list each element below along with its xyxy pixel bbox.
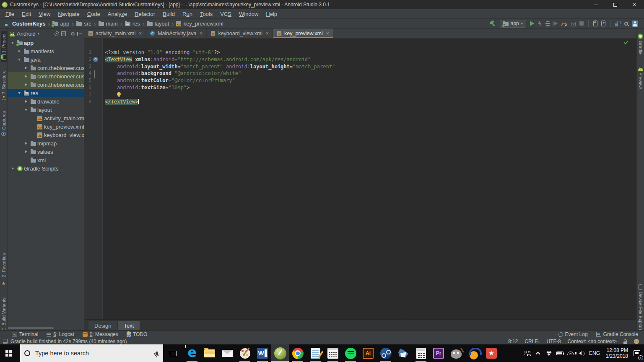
taskbar-search[interactable] bbox=[20, 344, 163, 362]
horizontal-scrollbar[interactable] bbox=[8, 327, 54, 329]
minimize-button[interactable] bbox=[586, 0, 605, 9]
taskbar-app-android-studio[interactable] bbox=[271, 344, 289, 362]
menu-navigate[interactable]: Navigate bbox=[54, 11, 83, 17]
intention-bulb-icon[interactable] bbox=[117, 92, 121, 96]
tree-expand-arrow[interactable] bbox=[9, 167, 16, 170]
tree-item-mipmap[interactable]: mipmap bbox=[8, 139, 84, 147]
close-tab-icon[interactable]: × bbox=[325, 31, 329, 36]
tree-item-app[interactable]: app bbox=[8, 39, 84, 47]
tree-item-keyboard_view-xml[interactable]: keyboard_view.xml bbox=[8, 131, 84, 139]
tree-item-layout[interactable]: layout bbox=[8, 106, 84, 114]
tool-strip-1-project[interactable]: 1: Project bbox=[1, 31, 7, 62]
code-line-1[interactable]: 1<?xml version="1.0" encoding="utf-8"?> bbox=[84, 49, 636, 56]
toolwindow-button-todo[interactable]: TODO bbox=[127, 331, 147, 337]
close-tab-icon[interactable]: × bbox=[265, 31, 269, 36]
taskbar-app-file-explorer[interactable] bbox=[201, 344, 218, 362]
tool-windows-icon[interactable] bbox=[615, 21, 621, 26]
tool-strip-7-structure[interactable]: 7: Structure bbox=[1, 68, 7, 103]
code-line-5[interactable]: 5 android:textColor="@color/colorPrimary… bbox=[84, 77, 636, 84]
tree-item-manifests[interactable]: manifests bbox=[8, 47, 84, 55]
tray-dropbox[interactable] bbox=[543, 344, 554, 362]
avatar-icon[interactable] bbox=[632, 21, 638, 27]
highlighting-level-icon[interactable] bbox=[634, 339, 639, 344]
stop-icon[interactable] bbox=[579, 21, 584, 26]
tool-strip-preview[interactable]: Preview bbox=[638, 63, 644, 91]
tree-item-com-thebioneer-custom[interactable]: com.thebioneer.custom bbox=[8, 80, 84, 89]
encoding-selector[interactable]: UTF-8 bbox=[547, 339, 561, 344]
profiler-icon[interactable] bbox=[561, 23, 567, 26]
tray-people[interactable] bbox=[522, 344, 532, 362]
menu-run[interactable]: Run bbox=[179, 11, 196, 17]
start-button[interactable] bbox=[0, 344, 20, 362]
menu-view[interactable]: View bbox=[35, 11, 54, 17]
task-view-button[interactable] bbox=[163, 344, 183, 362]
menu-edit[interactable]: Edit bbox=[18, 11, 35, 17]
taskbar-clock[interactable]: 12:08 PM1/23/2018 bbox=[602, 344, 630, 362]
code-line-8[interactable]: 8</TextView> bbox=[84, 98, 636, 106]
tree-expand-arrow[interactable] bbox=[23, 83, 29, 86]
menu-analyze[interactable]: Analyze bbox=[104, 11, 131, 17]
editor-tab-mainactivity-java[interactable]: MainActivity.java× bbox=[146, 28, 207, 38]
code-line-3[interactable]: 3 android:layout_width="match_parent" an… bbox=[84, 63, 636, 70]
tree-item-java[interactable]: java bbox=[8, 55, 84, 64]
taskbar-app-chrome[interactable] bbox=[289, 344, 306, 362]
tab-design[interactable]: Design bbox=[88, 321, 117, 330]
class-gutter-icon[interactable] bbox=[93, 57, 98, 62]
close-tab-icon[interactable]: × bbox=[199, 31, 203, 36]
sdk-manager-icon[interactable] bbox=[601, 21, 605, 26]
close-button[interactable]: × bbox=[625, 0, 644, 9]
tree-expand-arrow[interactable] bbox=[16, 50, 23, 52]
tool-strip-2-favorites[interactable]: 2: Favorites bbox=[1, 251, 7, 289]
breadcrumb-item-res[interactable]: res bbox=[124, 21, 141, 27]
tree-expand-arrow[interactable] bbox=[23, 109, 29, 111]
code-line-6[interactable]: 6 android:textSize="30sp"> bbox=[84, 84, 636, 91]
context-widget[interactable]: Context: <no context> bbox=[568, 339, 617, 344]
coverage-icon[interactable] bbox=[554, 21, 558, 26]
taskbar-app-premiere[interactable] bbox=[430, 344, 447, 362]
locate-file-icon[interactable] bbox=[55, 31, 59, 36]
tree-expand-arrow[interactable] bbox=[23, 100, 29, 103]
menu-refactor[interactable]: Refactor bbox=[131, 11, 159, 17]
toolwindow-toggle-icon[interactable] bbox=[3, 339, 8, 344]
tool-strip-device-file-explorer[interactable]: Device File Explorer bbox=[638, 282, 644, 335]
tree-item-key_preview-xml[interactable]: key_preview.xml bbox=[8, 122, 84, 131]
tree-expand-arrow[interactable] bbox=[16, 92, 23, 94]
tool-strip-build-variants[interactable]: Build Variants bbox=[1, 295, 7, 335]
language-indicator[interactable]: ENG bbox=[587, 344, 602, 362]
avd-manager-icon[interactable] bbox=[593, 21, 597, 26]
toolwindow-button-event-log[interactable]: Event Log bbox=[558, 331, 588, 337]
menu-help[interactable]: Help bbox=[262, 11, 281, 17]
close-tab-icon[interactable]: × bbox=[138, 31, 142, 36]
tree-item-res[interactable]: res bbox=[8, 89, 84, 97]
taskbar-app-gimp[interactable] bbox=[447, 344, 465, 362]
taskbar-app-calculator[interactable] bbox=[412, 344, 430, 362]
taskbar-app-steam[interactable] bbox=[377, 344, 395, 362]
tree-item-activity_main-xml[interactable]: activity_main.xml bbox=[8, 114, 84, 122]
tree-expand-arrow[interactable] bbox=[23, 150, 29, 153]
editor-tab-keyboard_view-xml[interactable]: keyboard_view.xml× bbox=[207, 28, 273, 38]
breadcrumb-item-src[interactable]: src bbox=[75, 21, 92, 27]
breadcrumb-item-main[interactable]: main bbox=[97, 21, 119, 27]
breadcrumb-item-app[interactable]: app bbox=[51, 21, 70, 27]
toolwindow-button-0-messages[interactable]: 0: Messages bbox=[83, 331, 118, 337]
tree-expand-arrow[interactable] bbox=[23, 75, 29, 78]
menu-file[interactable]: File bbox=[2, 11, 18, 17]
tree-expand-arrow[interactable] bbox=[16, 59, 23, 61]
caret-position[interactable]: 8:12 bbox=[508, 339, 518, 344]
breadcrumb-item-customkeys[interactable]: CustomKeys bbox=[3, 21, 47, 27]
tool-strip-gradle[interactable]: Gradle bbox=[637, 31, 644, 57]
search-input[interactable] bbox=[34, 349, 151, 357]
menu-window[interactable]: Window bbox=[235, 11, 262, 17]
run-config-combo[interactable]: app▾ bbox=[500, 20, 526, 28]
tray-chevron-up[interactable] bbox=[532, 344, 543, 362]
tree-item-xml[interactable]: xml bbox=[8, 156, 84, 164]
menu-tools[interactable]: Tools bbox=[196, 11, 216, 17]
taskbar-app-edge[interactable] bbox=[183, 344, 201, 362]
taskbar-app-bluej[interactable] bbox=[395, 344, 412, 362]
project-view-selector[interactable]: Android bbox=[17, 31, 36, 37]
code-line-4[interactable]: 4 android:background="@android:color/whi… bbox=[84, 70, 636, 77]
run-icon[interactable] bbox=[530, 21, 534, 26]
tray-volume[interactable] bbox=[576, 344, 587, 362]
menu-vcs[interactable]: VCS bbox=[216, 11, 235, 17]
tree-item-gradle-scripts[interactable]: Gradle Scripts bbox=[8, 164, 84, 173]
